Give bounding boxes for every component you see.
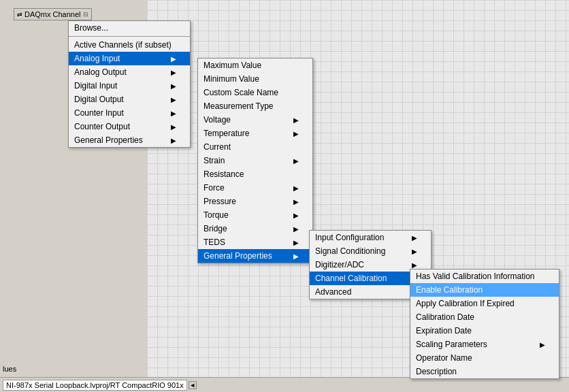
submenu-arrow: ▶	[171, 55, 176, 63]
statusbar: NI-987x Serial Loopback.lvproj/RT Compac…	[0, 377, 569, 392]
submenu-arrow: ▶	[412, 248, 417, 255]
menu-analog-input[interactable]: Analog Input ▶	[69, 52, 190, 65]
menu-expiration-date[interactable]: Expiration Date	[410, 324, 559, 338]
submenu-arrow: ▶	[171, 69, 176, 76]
menu-digital-input[interactable]: Digital Input ▶	[69, 79, 190, 93]
menu-signal-conditioning[interactable]: Signal Conditioning ▶	[310, 244, 431, 258]
menu-analog-output[interactable]: Analog Output ▶	[69, 65, 190, 79]
menu-temperature[interactable]: Temperature ▶	[198, 127, 312, 140]
statusbar-scroll-left[interactable]: ◄	[189, 381, 197, 389]
menu-input-configuration[interactable]: Input Configuration ▶	[310, 231, 431, 244]
menu-description[interactable]: Description	[410, 365, 559, 378]
submenu-arrow: ▶	[412, 234, 417, 242]
menu-counter-input[interactable]: Counter Input ▶	[69, 106, 190, 120]
menu-min-value[interactable]: Minimum Value	[198, 72, 312, 86]
submenu-arrow: ▶	[171, 96, 176, 103]
submenu-arrow: ▶	[293, 157, 299, 165]
menu-general-properties-l2[interactable]: General Properties ▶	[198, 249, 312, 263]
context-menu-level1: Browse... Active Channels (if subset) An…	[68, 20, 191, 148]
menu-voltage[interactable]: Voltage ▶	[198, 113, 312, 127]
menu-calibration-date[interactable]: Calibration Date	[410, 310, 559, 324]
menu-separator-1	[69, 36, 190, 37]
menu-active-channels[interactable]: Active Channels (if subset)	[69, 38, 190, 52]
menu-max-value[interactable]: Maximum Value	[198, 59, 312, 72]
menu-teds[interactable]: TEDS ▶	[198, 235, 312, 249]
menu-torque[interactable]: Torque ▶	[198, 208, 312, 222]
menu-browse[interactable]: Browse...	[69, 21, 190, 35]
submenu-arrow: ▶	[171, 110, 176, 117]
submenu-arrow: ▶	[293, 212, 299, 219]
menu-counter-output[interactable]: Counter Output ▶	[69, 120, 190, 133]
submenu-arrow: ▶	[412, 261, 417, 269]
menu-apply-calibration-expired[interactable]: Apply Calibration If Expired	[410, 297, 559, 310]
submenu-arrow: ▶	[293, 116, 299, 124]
submenu-arrow: ▶	[293, 252, 299, 260]
menu-enable-calibration[interactable]: Enable Calibration	[410, 283, 559, 297]
context-menu-level2: Maximum Value Minimum Value Custom Scale…	[197, 58, 313, 263]
daqmx-icon: ⇄	[17, 11, 22, 18]
daqmx-node[interactable]: ⇄ DAQmx Channel ⊟	[14, 8, 92, 20]
daqmx-connector: ⊟	[83, 11, 88, 18]
menu-force[interactable]: Force ▶	[198, 181, 312, 195]
submenu-arrow: ▶	[171, 82, 176, 90]
menu-has-valid-calibration[interactable]: Has Valid Calibration Information	[410, 270, 559, 283]
menu-general-properties-l1[interactable]: General Properties ▶	[69, 133, 190, 147]
menu-bridge[interactable]: Bridge ▶	[198, 222, 312, 235]
submenu-arrow: ▶	[171, 137, 176, 144]
menu-measurement-type[interactable]: Measurement Type	[198, 99, 312, 113]
daqmx-label: DAQmx Channel	[25, 10, 81, 18]
submenu-arrow: ▶	[171, 123, 176, 131]
menu-current[interactable]: Current	[198, 140, 312, 154]
menu-digital-output[interactable]: Digital Output ▶	[69, 93, 190, 106]
menu-operator-name[interactable]: Operator Name	[410, 351, 559, 365]
menu-pressure[interactable]: Pressure ▶	[198, 195, 312, 208]
menu-resistance[interactable]: Resistance	[198, 167, 312, 181]
menu-scaling-parameters[interactable]: Scaling Parameters ▶	[410, 338, 559, 351]
submenu-arrow: ▶	[293, 198, 299, 206]
submenu-arrow: ▶	[540, 341, 545, 348]
bottom-label: lues	[3, 365, 16, 373]
statusbar-path: NI-987x Serial Loopback.lvproj/RT Compac…	[3, 380, 187, 391]
submenu-arrow: ▶	[293, 184, 299, 192]
menu-custom-scale-name[interactable]: Custom Scale Name	[198, 86, 312, 99]
menu-strain[interactable]: Strain ▶	[198, 154, 312, 167]
submenu-arrow: ▶	[293, 239, 299, 246]
submenu-arrow: ▶	[293, 130, 299, 137]
submenu-arrow: ▶	[293, 225, 299, 233]
context-menu-level4: Has Valid Calibration Information Enable…	[410, 269, 559, 379]
